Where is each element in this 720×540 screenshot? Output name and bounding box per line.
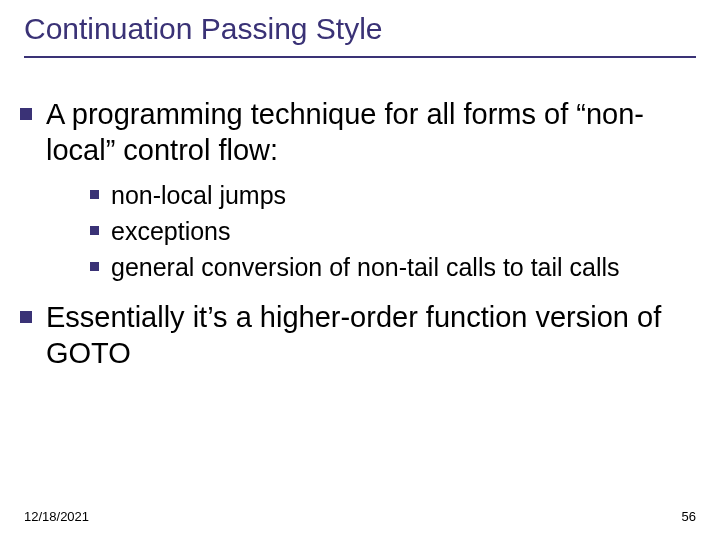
slide: Continuation Passing Style A programming… bbox=[0, 0, 720, 540]
bullet-level1: Essentially it’s a higher-order function… bbox=[20, 299, 696, 372]
bullet-text: A programming technique for all forms of… bbox=[46, 96, 696, 169]
bullet-text: Essentially it’s a higher-order function… bbox=[46, 299, 696, 372]
bullet-level2: general conversion of non-tail calls to … bbox=[90, 251, 696, 283]
title-rule bbox=[24, 56, 696, 58]
square-bullet-icon bbox=[90, 262, 99, 271]
square-bullet-icon bbox=[20, 108, 32, 120]
sub-bullets: non-local jumps exceptions general conve… bbox=[90, 179, 696, 283]
square-bullet-icon bbox=[20, 311, 32, 323]
square-bullet-icon bbox=[90, 226, 99, 235]
slide-title: Continuation Passing Style bbox=[24, 12, 383, 46]
slide-body: A programming technique for all forms of… bbox=[20, 96, 696, 381]
bullet-level1: A programming technique for all forms of… bbox=[20, 96, 696, 169]
footer-date: 12/18/2021 bbox=[24, 509, 89, 524]
bullet-text: general conversion of non-tail calls to … bbox=[111, 251, 620, 283]
square-bullet-icon bbox=[90, 190, 99, 199]
footer-page-number: 56 bbox=[682, 509, 696, 524]
bullet-text: exceptions bbox=[111, 215, 231, 247]
bullet-level2: exceptions bbox=[90, 215, 696, 247]
bullet-level2: non-local jumps bbox=[90, 179, 696, 211]
bullet-text: non-local jumps bbox=[111, 179, 286, 211]
